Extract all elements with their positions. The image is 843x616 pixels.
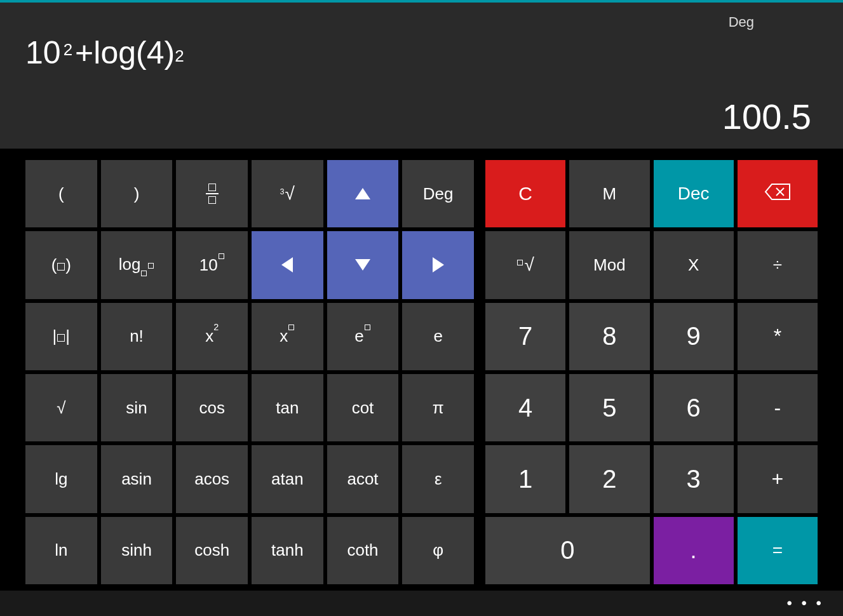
app-bar[interactable]: • • •: [0, 591, 843, 616]
x-power-button[interactable]: x: [252, 303, 323, 370]
digit-7-button[interactable]: 7: [485, 303, 565, 370]
expression-text: 10 2 +log(4) 2: [25, 34, 818, 71]
calculator-app: Deg 10 2 +log(4) 2 100.5 ( ) 3 √: [0, 0, 843, 616]
tan-button[interactable]: tan: [252, 374, 323, 441]
cos-button[interactable]: cos: [176, 374, 248, 441]
equals-button[interactable]: =: [738, 517, 818, 584]
cube-root-n: 3: [280, 187, 285, 196]
cursor-up-button[interactable]: [327, 160, 399, 227]
arrow-right-icon: [433, 257, 444, 272]
atan-label: atan: [271, 469, 304, 489]
cosh-label: cosh: [194, 540, 229, 560]
e-power-button[interactable]: e: [327, 303, 399, 370]
pi-button[interactable]: π: [402, 374, 474, 441]
open-paren-button[interactable]: (: [25, 160, 97, 227]
mod-button[interactable]: Mod: [569, 231, 649, 298]
digit-8-button[interactable]: 8: [569, 303, 649, 370]
digit-4-button[interactable]: 4: [485, 374, 565, 441]
parentheses-wrap-button[interactable]: (): [25, 231, 97, 298]
cursor-down-button[interactable]: [327, 231, 399, 298]
sinh-button[interactable]: sinh: [101, 517, 173, 584]
acot-button[interactable]: acot: [327, 445, 399, 512]
x-squared-label: x2: [205, 326, 219, 346]
cube-root-button[interactable]: 3 √: [252, 160, 323, 227]
expr-part1-exp: 2: [64, 40, 72, 60]
factorial-button[interactable]: n!: [101, 303, 173, 370]
log-base-label: log: [119, 255, 155, 276]
nth-root-icon: √: [516, 255, 534, 275]
e-power-label: e: [354, 326, 370, 346]
arrow-left-icon: [281, 257, 293, 272]
angle-mode-button[interactable]: Deg: [402, 160, 474, 227]
factorial-label: n!: [130, 326, 144, 346]
atan-button[interactable]: atan: [252, 445, 323, 512]
acos-button[interactable]: acos: [176, 445, 248, 512]
divide-label: ÷: [773, 255, 782, 275]
digit-8-label: 8: [602, 322, 616, 351]
lg-button[interactable]: lg: [25, 445, 97, 512]
ten-power-label: 10: [199, 255, 225, 275]
digit-2-button[interactable]: 2: [569, 445, 649, 512]
sqrt-button[interactable]: √: [25, 374, 97, 441]
digit-5-button[interactable]: 5: [569, 374, 649, 441]
pi-label: π: [433, 398, 444, 418]
nth-root-button[interactable]: √: [485, 231, 565, 298]
multiply-button[interactable]: X: [654, 231, 734, 298]
expr-part1-base: 10: [25, 34, 61, 71]
e-constant-button[interactable]: e: [402, 303, 474, 370]
fraction-button[interactable]: [176, 160, 248, 227]
sin-button[interactable]: sin: [101, 374, 173, 441]
open-paren-label: (: [58, 184, 64, 204]
plus-button[interactable]: +: [738, 445, 818, 512]
cube-root-rad: √: [285, 184, 294, 204]
cos-label: cos: [199, 398, 224, 418]
close-paren-button[interactable]: ): [101, 160, 173, 227]
digit-4-label: 4: [518, 394, 532, 422]
phi-button[interactable]: φ: [402, 517, 474, 584]
star-label: *: [774, 325, 781, 348]
coth-button[interactable]: coth: [327, 517, 399, 584]
display-panel: Deg 10 2 +log(4) 2 100.5: [0, 3, 843, 149]
clear-button[interactable]: C: [485, 160, 565, 227]
expr-part2: +log(4): [75, 34, 175, 71]
cosh-button[interactable]: cosh: [176, 517, 248, 584]
minus-label: -: [774, 396, 781, 420]
digit-0-button[interactable]: 0: [485, 517, 649, 584]
digit-0-label: 0: [560, 536, 574, 565]
backspace-button[interactable]: [738, 160, 818, 227]
decimal-point-button[interactable]: .: [654, 517, 734, 584]
digit-3-button[interactable]: 3: [654, 445, 734, 512]
euler-button[interactable]: ε: [402, 445, 474, 512]
digit-1-label: 1: [518, 465, 532, 493]
digit-9-button[interactable]: 9: [654, 303, 734, 370]
asin-button[interactable]: asin: [101, 445, 173, 512]
log-base-button[interactable]: log: [101, 231, 173, 298]
digit-3-label: 3: [687, 465, 701, 493]
x-power-label: x: [280, 326, 295, 346]
cursor-left-button[interactable]: [252, 231, 323, 298]
star-button[interactable]: *: [738, 303, 818, 370]
tanh-button[interactable]: tanh: [252, 517, 323, 584]
plus-label: +: [772, 467, 784, 491]
cot-button[interactable]: cot: [327, 374, 399, 441]
digit-6-button[interactable]: 6: [654, 374, 734, 441]
cursor-right-button[interactable]: [402, 231, 474, 298]
absolute-value-button[interactable]: ||: [25, 303, 97, 370]
memory-button[interactable]: M: [569, 160, 649, 227]
ln-button[interactable]: ln: [25, 517, 97, 584]
digit-5-label: 5: [602, 394, 616, 422]
dec-mode-button[interactable]: Dec: [654, 160, 734, 227]
sinh-label: sinh: [121, 540, 152, 560]
ten-power-button[interactable]: 10: [176, 231, 248, 298]
asin-label: asin: [121, 469, 152, 489]
backspace-icon: [764, 183, 791, 205]
more-icon: • • •: [786, 594, 824, 612]
x-squared-button[interactable]: x2: [176, 303, 248, 370]
cube-root-icon: 3 √: [280, 184, 295, 204]
numeric-pad: C M Dec √ Mod X ÷ 7 8 9 *: [485, 160, 818, 584]
digit-7-label: 7: [518, 322, 532, 351]
digit-1-button[interactable]: 1: [485, 445, 565, 512]
minus-button[interactable]: -: [738, 374, 818, 441]
divide-button[interactable]: ÷: [738, 231, 818, 298]
sqrt-label: √: [57, 398, 65, 418]
